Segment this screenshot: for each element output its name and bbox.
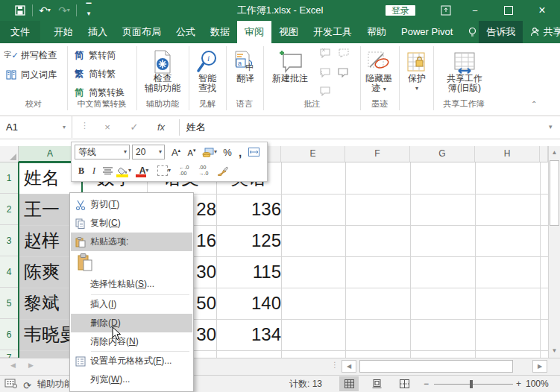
borders-button[interactable]: ▾ <box>154 162 174 179</box>
zoom-out-button[interactable]: − <box>424 376 429 392</box>
name-box-dropdown-icon[interactable]: ▾ <box>63 116 72 138</box>
zoom-slider-thumb[interactable] <box>470 380 473 388</box>
redo-button[interactable]: ↷▾ <box>54 1 74 19</box>
fill-color-button[interactable]: ▾ <box>115 162 134 179</box>
menu-item-paste-option-keep[interactable] <box>71 251 192 274</box>
row-header-2[interactable]: 2 <box>0 194 19 225</box>
column-header-f[interactable]: F <box>345 146 410 162</box>
column-header-g[interactable]: G <box>410 146 475 162</box>
menu-item-paste-options[interactable]: 粘贴选项: <box>71 233 192 251</box>
decrease-font-size-button[interactable]: A▾ <box>184 144 199 160</box>
row-header-1[interactable]: 1 <box>0 162 19 194</box>
tab-formulas[interactable]: 公式 <box>169 21 203 43</box>
view-page-layout-button[interactable] <box>367 376 386 391</box>
select-all-button[interactable] <box>0 146 19 162</box>
increase-font-size-button[interactable]: A▴ <box>168 144 184 160</box>
merge-center-button[interactable] <box>245 144 262 160</box>
zoom-in-button[interactable]: + <box>516 376 521 392</box>
sheet-previous-icon[interactable]: ◀ <box>10 361 16 369</box>
enter-formula-button[interactable]: ✓ <box>125 116 143 138</box>
thesaurus-button[interactable]: 同义词库 <box>3 66 57 83</box>
cell-D4[interactable]: 115 <box>216 256 286 288</box>
accounting-format-button[interactable]: ▾ <box>199 144 220 160</box>
format-painter-button[interactable] <box>213 162 231 179</box>
undo-button[interactable]: ↶▾ <box>35 1 54 19</box>
view-normal-button[interactable] <box>339 376 359 391</box>
hscroll-left-icon[interactable]: ◀ <box>342 360 356 373</box>
row-header-4[interactable]: 4 <box>0 256 19 288</box>
menu-item-clear-contents[interactable]: 清除内容(N) <box>71 332 192 351</box>
formula-bar-content[interactable]: 姓名 <box>186 116 206 138</box>
cancel-formula-button[interactable]: × <box>98 116 116 138</box>
menu-item-copy[interactable]: 复制(C) <box>71 214 192 233</box>
spell-check-button[interactable]: 字✓ 拼写检查 <box>3 46 57 64</box>
protect-button[interactable]: 保护 ▾ <box>400 45 433 97</box>
tab-file[interactable]: 文件 <box>0 21 40 43</box>
collapse-ribbon-button[interactable]: ⌃ <box>531 100 537 108</box>
italic-button[interactable]: I <box>88 162 100 179</box>
menu-item-delete[interactable]: 删除(D) <box>71 314 192 332</box>
save-button[interactable] <box>10 1 30 19</box>
font-size-select[interactable]: 20▾ <box>132 145 165 159</box>
column-header-e[interactable]: E <box>281 146 345 162</box>
tab-home[interactable]: 开始 <box>46 21 81 43</box>
name-box[interactable]: A1 <box>0 116 72 138</box>
formula-bar-splitter[interactable]: ⋮ <box>81 121 89 130</box>
macro-record-icon[interactable] <box>4 378 17 392</box>
menu-item-insert[interactable]: 插入(I) <box>71 295 192 314</box>
share-button[interactable]: 共享 <box>523 21 560 43</box>
menu-item-hide[interactable]: 隐藏(H) <box>71 388 192 392</box>
bold-button[interactable]: B <box>75 162 88 179</box>
menu-item-format-cells[interactable]: 设置单元格格式(F)... <box>71 352 192 370</box>
row-header-7[interactable]: 7 <box>0 350 19 358</box>
font-color-button[interactable]: A ▾ <box>134 162 154 179</box>
previous-comment-icon[interactable] <box>337 48 349 58</box>
next-comment-icon[interactable] <box>319 67 331 78</box>
decrease-decimal-button[interactable]: .00 →.0 <box>194 162 213 179</box>
show-all-comments-icon[interactable] <box>319 86 331 96</box>
row-header-6[interactable]: 6 <box>0 319 19 350</box>
column-header-partial[interactable] <box>540 146 548 162</box>
zoom-level[interactable]: 100% <box>526 376 549 392</box>
center-align-button[interactable] <box>100 162 115 179</box>
font-name-select[interactable]: 等线▾ <box>75 145 130 159</box>
tab-page-layout[interactable]: 页面布局 <box>115 21 169 43</box>
customize-quick-access-button[interactable]: ▔▾ <box>79 1 98 19</box>
tab-developer[interactable]: 开发工具 <box>306 21 359 43</box>
smart-lookup-button[interactable]: i 智能 查找 <box>186 45 228 97</box>
cell-D2[interactable]: 136 <box>216 194 286 225</box>
vertical-scrollbar-thumb[interactable] <box>550 160 559 226</box>
column-header-h[interactable]: H <box>475 146 540 162</box>
cell-D3[interactable]: 125 <box>216 225 286 256</box>
tab-view[interactable]: 视图 <box>271 21 306 43</box>
menu-item-column-width[interactable]: 列宽(W)... <box>71 370 192 389</box>
sign-in-button[interactable]: 登录 <box>386 5 415 16</box>
tab-help[interactable]: 帮助 <box>359 21 394 43</box>
insert-function-button[interactable]: fx <box>152 116 170 138</box>
view-page-break-button[interactable] <box>394 376 414 391</box>
tab-tell-me[interactable]: 告诉我 <box>479 21 523 43</box>
hscroll-right-icon[interactable]: ▶ <box>532 360 547 373</box>
menu-item-paste-special[interactable]: 选择性粘贴(S)... <box>71 275 192 294</box>
tab-data[interactable]: 数据 <box>203 21 237 43</box>
scroll-up-icon[interactable]: ▲ <box>549 146 560 159</box>
maximize-button[interactable] <box>497 0 520 21</box>
tab-insert[interactable]: 插入 <box>81 21 115 43</box>
ribbon-display-options-button[interactable] <box>435 0 457 21</box>
cell-D6[interactable]: 134 <box>216 319 286 350</box>
tab-review[interactable]: 审阅 <box>237 21 271 43</box>
row-header-5[interactable]: 5 <box>0 288 19 319</box>
zoom-slider-track[interactable] <box>434 384 513 385</box>
new-comment-button[interactable]: 新建批注 <box>267 45 313 97</box>
minimize-button[interactable]: − <box>464 0 486 21</box>
show-hide-comment-icon[interactable] <box>337 67 349 78</box>
sheet-next-icon[interactable]: ▶ <box>28 361 34 369</box>
menu-item-cut[interactable]: 剪切(T) <box>71 195 192 214</box>
row-header-3[interactable]: 3 <box>0 225 19 256</box>
comma-style-button[interactable]: , <box>235 144 245 160</box>
simplified-to-traditional-button[interactable]: 繁 简转繁 <box>71 65 116 83</box>
scroll-down-icon[interactable]: ▼ <box>549 344 560 357</box>
accessibility-status-label[interactable]: 辅助功能 <box>37 376 73 392</box>
close-button[interactable]: × <box>531 0 553 21</box>
share-workbook-legacy-button[interactable]: 共享工作 簿(旧版) <box>441 45 488 97</box>
